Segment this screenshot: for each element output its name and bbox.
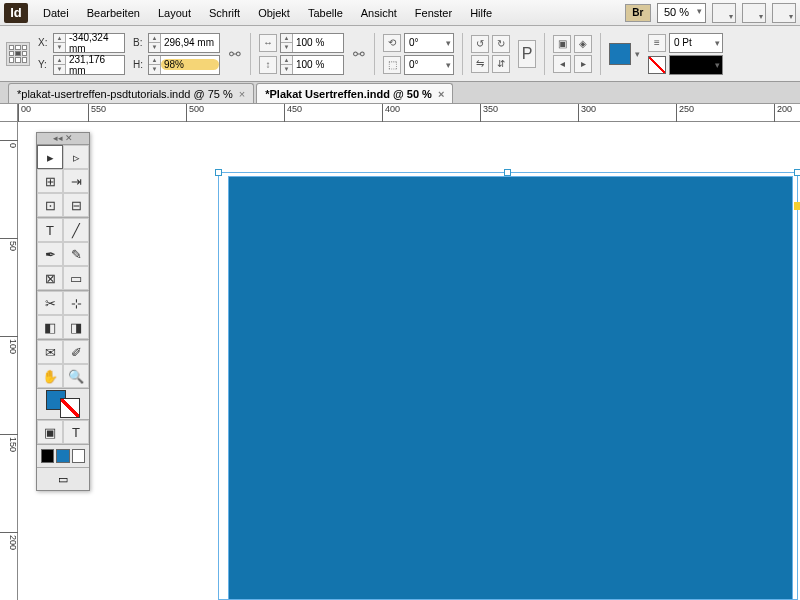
apply-color-icon[interactable] xyxy=(41,449,54,463)
menu-bearbeiten[interactable]: Bearbeiten xyxy=(78,3,149,23)
scale-x-input[interactable]: ▲▼100 % xyxy=(280,33,344,53)
zoom-tool[interactable]: 🔍 xyxy=(63,364,89,388)
selection-tool[interactable]: ▸ xyxy=(37,145,63,169)
width-input[interactable]: ▲▼296,94 mm xyxy=(148,33,220,53)
screen-mode-button[interactable] xyxy=(742,3,766,23)
width-label: B: xyxy=(133,37,145,48)
zoom-level-combo[interactable]: 50 % xyxy=(657,3,706,23)
screen-mode-tool[interactable]: ▭ xyxy=(37,468,89,490)
menu-schrift[interactable]: Schrift xyxy=(200,3,249,23)
selection-handle[interactable] xyxy=(504,169,511,176)
menu-datei[interactable]: Datei xyxy=(34,3,78,23)
scale-y-icon: ↕ xyxy=(259,56,277,74)
menu-hilfe[interactable]: Hilfe xyxy=(461,3,501,23)
height-label: H: xyxy=(133,59,145,70)
panel-grip[interactable]: ◂◂ ✕ xyxy=(37,133,89,145)
type-tool[interactable]: T xyxy=(37,218,63,242)
rotate-input[interactable]: 0° xyxy=(404,33,454,53)
ruler-corner[interactable] xyxy=(0,104,18,122)
rectangle-tool[interactable]: ▭ xyxy=(63,266,89,290)
shear-input[interactable]: 0° xyxy=(404,55,454,75)
document-tabbar: *plakat-usertreffen-psdtutorials.indd @ … xyxy=(0,82,800,104)
eyedropper-tool[interactable]: ✐ xyxy=(63,340,89,364)
pen-tool[interactable]: ✒ xyxy=(37,242,63,266)
menu-fenster[interactable]: Fenster xyxy=(406,3,461,23)
note-tool[interactable]: ✉ xyxy=(37,340,63,364)
vertical-ruler[interactable]: 0 50 100 150 200 xyxy=(0,122,18,600)
apply-gradient-icon[interactable] xyxy=(56,449,69,463)
rotate-icon: ⟲ xyxy=(383,34,401,52)
x-label: X: xyxy=(38,37,50,48)
y-label: Y: xyxy=(38,59,50,70)
content-placer-tool[interactable]: ⊟ xyxy=(63,193,89,217)
stroke-swatch[interactable] xyxy=(648,56,666,74)
constrain-wh-icon[interactable]: ⚯ xyxy=(228,34,242,74)
gradient-feather-tool[interactable]: ◨ xyxy=(63,315,89,339)
stroke-weight-input[interactable]: 0 Pt xyxy=(669,33,723,53)
canvas[interactable] xyxy=(18,122,800,600)
line-tool[interactable]: ╱ xyxy=(63,218,89,242)
shear-icon: ⬚ xyxy=(383,56,401,74)
height-input[interactable]: ▲▼98% xyxy=(148,55,220,75)
menubar: Id Datei Bearbeiten Layout Schrift Objek… xyxy=(0,0,800,26)
gradient-swatch-tool[interactable]: ◧ xyxy=(37,315,63,339)
constrain-scale-icon[interactable]: ⚯ xyxy=(352,34,366,74)
select-container-icon[interactable]: ▣ xyxy=(553,35,571,53)
bridge-button[interactable]: Br xyxy=(625,4,651,22)
fill-swatch[interactable] xyxy=(609,43,631,65)
fill-stroke-toggle[interactable] xyxy=(37,389,89,419)
free-transform-tool[interactable]: ⊹ xyxy=(63,291,89,315)
horizontal-ruler[interactable]: 00 550 500 450 400 350 300 250 200 xyxy=(18,104,800,122)
page-tool[interactable]: ⊞ xyxy=(37,169,63,193)
flip-h-icon[interactable]: ⇋ xyxy=(471,55,489,73)
select-next-icon[interactable]: ▸ xyxy=(574,55,592,73)
rotate-ccw-icon[interactable]: ↺ xyxy=(471,35,489,53)
menu-objekt[interactable]: Objekt xyxy=(249,3,299,23)
control-bar: X: ▲▼-340,324 mm Y: ▲▼231,176 mm B: ▲▼29… xyxy=(0,26,800,82)
x-input[interactable]: ▲▼-340,324 mm xyxy=(53,33,125,53)
arrange-button[interactable] xyxy=(772,3,796,23)
flip-v-icon[interactable]: ⇵ xyxy=(492,55,510,73)
hand-tool[interactable]: ✋ xyxy=(37,364,63,388)
menu-layout[interactable]: Layout xyxy=(149,3,200,23)
stroke-weight-icon: ≡ xyxy=(648,34,666,52)
document-tab-2[interactable]: *Plakat Usertreffen.indd @ 50 %× xyxy=(256,83,453,103)
menu-tabelle[interactable]: Tabelle xyxy=(299,3,352,23)
rectangle-frame-tool[interactable]: ⊠ xyxy=(37,266,63,290)
select-content-icon[interactable]: ◈ xyxy=(574,35,592,53)
document-tab-1[interactable]: *plakat-usertreffen-psdtutorials.indd @ … xyxy=(8,83,254,103)
apply-none-icon[interactable] xyxy=(72,449,85,463)
scissors-tool[interactable]: ✂ xyxy=(37,291,63,315)
selection-handle[interactable] xyxy=(794,169,800,176)
paragraph-icon[interactable]: P xyxy=(518,40,536,68)
gap-tool[interactable]: ⇥ xyxy=(63,169,89,193)
y-input[interactable]: ▲▼231,176 mm xyxy=(53,55,125,75)
fill-dropdown-icon[interactable]: ▾ xyxy=(635,49,640,59)
app-logo: Id xyxy=(4,3,28,23)
formatting-text-icon[interactable]: T xyxy=(63,420,89,444)
menu-ansicht[interactable]: Ansicht xyxy=(352,3,406,23)
scale-y-input[interactable]: ▲▼100 % xyxy=(280,55,344,75)
pencil-tool[interactable]: ✎ xyxy=(63,242,89,266)
close-icon[interactable]: × xyxy=(239,88,245,100)
select-prev-icon[interactable]: ◂ xyxy=(553,55,571,73)
tools-panel[interactable]: ◂◂ ✕ ▸ ▹ ⊞ ⇥ ⊡ ⊟ T ╱ ✒ ✎ ⊠ ▭ ✂ ⊹ ◧ ◨ ✉ ✐… xyxy=(36,132,90,491)
formatting-container-icon[interactable]: ▣ xyxy=(37,420,63,444)
stroke-style-combo[interactable] xyxy=(669,55,723,75)
content-collector-tool[interactable]: ⊡ xyxy=(37,193,63,217)
close-icon[interactable]: × xyxy=(438,88,444,100)
view-options-button[interactable] xyxy=(712,3,736,23)
live-corner-handle[interactable] xyxy=(794,202,800,210)
rotate-cw-icon[interactable]: ↻ xyxy=(492,35,510,53)
selection-handle[interactable] xyxy=(215,169,222,176)
reference-point[interactable] xyxy=(6,42,30,66)
direct-selection-tool[interactable]: ▹ xyxy=(63,145,89,169)
scale-x-icon: ↔ xyxy=(259,34,277,52)
selected-rectangle[interactable] xyxy=(228,176,793,600)
